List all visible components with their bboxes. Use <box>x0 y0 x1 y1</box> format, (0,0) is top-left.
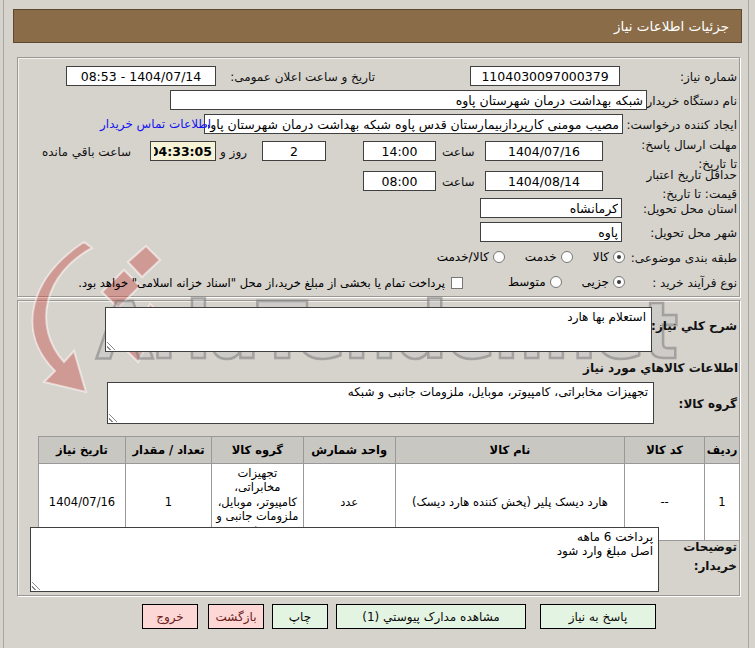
days-label: روز و <box>220 145 247 159</box>
radio-minor-label: جزیی <box>582 275 609 289</box>
col-quantity: تعداد / مقدار <box>126 437 212 464</box>
respond-to-need-button[interactable]: پاسخ به نیاز <box>540 604 656 629</box>
radio-medium-label: متوسط <box>508 275 546 289</box>
radio-service[interactable] <box>561 251 573 263</box>
cell-row-number: 1 <box>705 464 740 541</box>
exit-button[interactable]: خروج <box>142 604 198 629</box>
radio-goods[interactable] <box>613 251 625 263</box>
delivery-province-input[interactable] <box>480 198 622 218</box>
col-item-name: نام کالا <box>395 437 625 464</box>
hours-remaining-label: ساعت باقي مانده <box>42 145 131 159</box>
need-number-label: شماره نیاز: <box>680 70 737 84</box>
days-remaining-input[interactable] <box>262 141 326 161</box>
overall-desc-label: شرح کلي نیاز: <box>651 319 737 333</box>
goods-group-textarea[interactable]: تجهیزات مخابراتی، کامپیوتر، موبایل، ملزو… <box>107 382 654 424</box>
goods-group-label: گروه کالا: <box>679 397 737 411</box>
radio-minor[interactable] <box>613 276 625 288</box>
col-need-date: تاریخ نیاز <box>39 437 126 464</box>
countdown-timer <box>150 141 216 161</box>
buyer-notes-label: توضیحات خریدار: <box>665 538 737 575</box>
price-validity-time-input[interactable] <box>363 171 436 191</box>
delivery-city-label: شهر محل تحویل: <box>650 226 737 240</box>
page-left-edge <box>3 0 4 648</box>
process-type-label: نوع فرآیند خرید : <box>652 276 737 290</box>
page-right-edge <box>748 0 749 648</box>
goods-table-header-row: ردیف کد کالا نام کالا واحد شمارش گروه کا… <box>39 437 740 464</box>
view-attachments-button[interactable]: مشاهده مدارک پیوستي (1) <box>336 604 526 629</box>
radio-goods-service-label: کالا/خدمت <box>437 250 489 264</box>
buyer-contact-link[interactable]: اطلاعات تماس خریدار <box>100 117 211 131</box>
tender-details-page: AriaTender.net جزئیات اطلاعات نیاز شماره… <box>0 0 755 648</box>
delivery-province-label: استان محل تحویل: <box>643 202 737 216</box>
price-validity-date-input[interactable] <box>485 171 603 191</box>
treasury-payment-row: پرداخت تمام یا بخشی از مبلغ خرید،از محل … <box>78 276 463 290</box>
classification-radio-group: کالا خدمت کالا/خدمت <box>437 250 625 264</box>
radio-service-label: خدمت <box>525 250 557 264</box>
radio-goods-label: کالا <box>593 250 609 264</box>
announce-datetime-input[interactable] <box>66 66 216 86</box>
col-row-number: ردیف <box>705 437 740 464</box>
buyer-org-label: نام دستگاه خریدار: <box>643 94 738 108</box>
goods-section-header: اطلاعات کالاهاي مورد نیاز <box>583 361 738 375</box>
radio-medium[interactable] <box>550 276 562 288</box>
treasury-payment-label: پرداخت تمام یا بخشی از مبلغ خرید،از محل … <box>78 276 445 290</box>
announce-datetime-label: تاریخ و ساعت اعلان عمومی: <box>230 70 375 84</box>
response-deadline-date-input[interactable] <box>485 141 603 161</box>
request-creator-label: ایجاد کننده درخواست: <box>626 118 737 132</box>
process-type-radio-group: جزیی متوسط <box>508 275 625 289</box>
goods-table: ردیف کد کالا نام کالا واحد شمارش گروه کا… <box>38 436 740 541</box>
page-title: جزئیات اطلاعات نیاز <box>13 9 742 43</box>
price-validity-hour-label: ساعت <box>442 175 475 189</box>
response-deadline-hour-label: ساعت <box>442 145 475 159</box>
classification-label: طبقه بندی موضوعی: <box>631 251 737 265</box>
col-item-code: کد کالا <box>625 437 705 464</box>
back-button[interactable]: بازگشت <box>208 604 264 629</box>
need-number-input[interactable] <box>470 66 620 86</box>
buyer-org-input[interactable] <box>170 90 647 110</box>
delivery-city-input[interactable] <box>480 222 622 242</box>
request-creator-input[interactable] <box>204 114 623 134</box>
overall-desc-textarea[interactable]: استعلام بها هارد <box>105 307 652 352</box>
response-deadline-time-input[interactable] <box>363 141 436 161</box>
treasury-payment-checkbox[interactable] <box>451 277 463 289</box>
radio-goods-service[interactable] <box>493 251 505 263</box>
col-item-group: گروه کالا <box>211 437 303 464</box>
col-unit: واحد شمارش <box>303 437 395 464</box>
print-button[interactable]: چاپ <box>272 604 328 629</box>
buyer-notes-textarea[interactable]: پرداخت 6 ماهه اصل مبلغ وارد شود <box>30 527 659 592</box>
price-validity-label: حداقل تاریخ اعتبار قیمت: تا تاریخ: <box>629 166 737 203</box>
